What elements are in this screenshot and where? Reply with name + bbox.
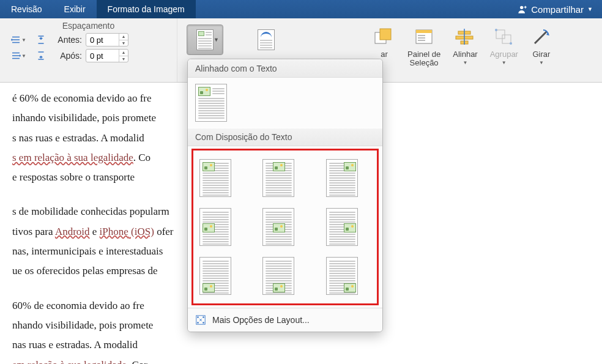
svg-rect-12 [496, 30, 505, 39]
indent-right-icon[interactable]: ▼ [6, 49, 31, 62]
before-label: Antes: [51, 35, 82, 45]
indent-left-icon[interactable]: ▼ [6, 33, 31, 46]
svg-rect-5 [418, 35, 425, 36]
highlight-box [191, 149, 379, 305]
group-button: Agrupar ▼ [484, 23, 524, 70]
position-wrap-option-1[interactable] [199, 159, 231, 197]
more-layout-options[interactable]: Mais Opções de Layout... [188, 308, 382, 332]
tab-exibir[interactable]: Exibir [53, 0, 97, 18]
svg-point-15 [510, 42, 512, 45]
svg-point-19 [197, 322, 199, 324]
spacing-group: Espaçamento ▼ Antes: 0 pt ▲▼ ▼ [0, 18, 177, 82]
align-button[interactable]: Alinhar ▼ [447, 23, 483, 70]
spacing-title: Espaçamento [6, 21, 171, 31]
tab-formato-imagem[interactable]: Formato da Imagem [97, 0, 196, 18]
chevron-down-icon: ▼ [587, 6, 593, 12]
position-wrap-option-9[interactable] [326, 257, 358, 295]
position-wrap-option-7[interactable] [199, 257, 231, 295]
wrap-text-button[interactable] [251, 24, 281, 55]
after-value: 0 pt [90, 51, 103, 61]
tab-revisao[interactable]: Revisão [0, 0, 53, 18]
selection-pane-button[interactable]: Painel de Seleção [401, 23, 447, 70]
popover-section-inline: Alinhado com o Texto [188, 59, 382, 78]
svg-point-18 [203, 316, 204, 318]
chevron-down-icon: ▼ [539, 60, 544, 65]
spacing-before-input[interactable]: 0 pt ▲▼ [86, 33, 128, 46]
popover-section-wrap: Com Disposição do Texto [188, 128, 382, 146]
position-wrap-option-5[interactable] [262, 208, 294, 246]
share-person-icon [518, 4, 527, 14]
selection-pane-label: Painel de Seleção [407, 50, 440, 68]
position-wrap-grid [197, 154, 373, 300]
position-popover: Alinhado com o Texto Com Disposição do T… [187, 59, 383, 332]
svg-point-0 [520, 6, 523, 9]
position-wrap-option-2[interactable] [262, 159, 294, 197]
spacing-before-icon [34, 33, 48, 46]
ribbon-arrange: ar Painel de Seleção Alinhar ▼ Agrupar ▼… [367, 18, 559, 70]
share-label: Compartilhar [531, 4, 584, 15]
before-stepper[interactable]: ▲▼ [119, 34, 128, 46]
after-stepper[interactable]: ▲▼ [119, 50, 128, 62]
rotate-label: Girar [532, 50, 550, 59]
position-wrap-option-8[interactable] [262, 257, 294, 295]
position-wrap-option-6[interactable] [326, 208, 358, 246]
svg-point-17 [197, 316, 199, 318]
chevron-down-icon: ▼ [214, 37, 219, 43]
layout-options-icon [195, 314, 206, 325]
svg-rect-6 [418, 37, 425, 39]
svg-point-14 [495, 29, 497, 31]
chevron-down-icon: ▼ [463, 60, 467, 65]
more-layout-label: Mais Opções de Layout... [212, 315, 310, 325]
svg-rect-13 [502, 35, 511, 43]
share-button[interactable]: Compartilhar ▼ [508, 0, 602, 18]
position-wrap-option-3[interactable] [326, 159, 358, 197]
svg-rect-2 [380, 29, 391, 40]
position-inline-option[interactable] [195, 84, 227, 122]
svg-point-20 [203, 322, 204, 324]
underlined-text: em relação à sua legalidade [12, 359, 127, 364]
svg-rect-4 [416, 30, 432, 33]
spacing-before-row: ▼ Antes: 0 pt ▲▼ [6, 33, 171, 46]
group-label: Agrupar [490, 50, 518, 59]
svg-rect-7 [418, 40, 425, 41]
after-label: Após: [51, 51, 82, 61]
chevron-down-icon: ▼ [502, 60, 507, 65]
menu-tabs: Revisão Exibir Formato da Imagem Compart… [0, 0, 602, 18]
forward-label: ar [381, 50, 388, 59]
position-wrap-option-4[interactable] [199, 208, 231, 246]
spacing-after-row: ▼ Após: 0 pt ▲▼ [6, 49, 171, 62]
position-icon [196, 29, 214, 50]
rotate-button[interactable]: Girar ▼ [524, 23, 559, 70]
before-value: 0 pt [90, 35, 103, 45]
wrap-text-icon [258, 29, 275, 50]
spacing-after-input[interactable]: 0 pt ▲▼ [86, 49, 128, 62]
position-dropdown-button[interactable]: ▼ [187, 24, 223, 55]
spacing-after-icon [34, 49, 48, 62]
align-label: Alinhar [453, 50, 477, 59]
underlined-text: s em relação à sua legalidade [12, 152, 133, 163]
